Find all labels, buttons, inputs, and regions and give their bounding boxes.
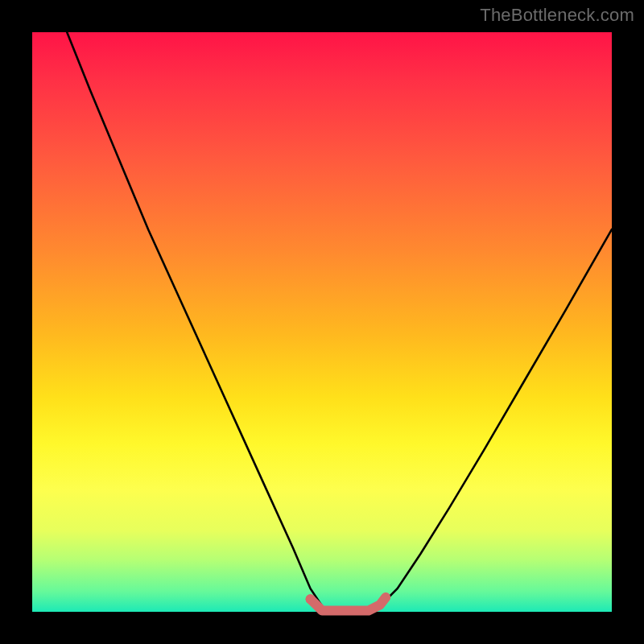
floor-marker-dot	[306, 594, 316, 604]
watermark-text: TheBottleneck.com	[480, 5, 634, 26]
chart-svg	[32, 32, 612, 612]
left-curve-path	[67, 32, 322, 606]
chart-frame: TheBottleneck.com	[0, 0, 644, 644]
plot-area	[32, 32, 612, 612]
floor-marker-path	[311, 597, 386, 611]
right-curve-path	[380, 229, 612, 606]
